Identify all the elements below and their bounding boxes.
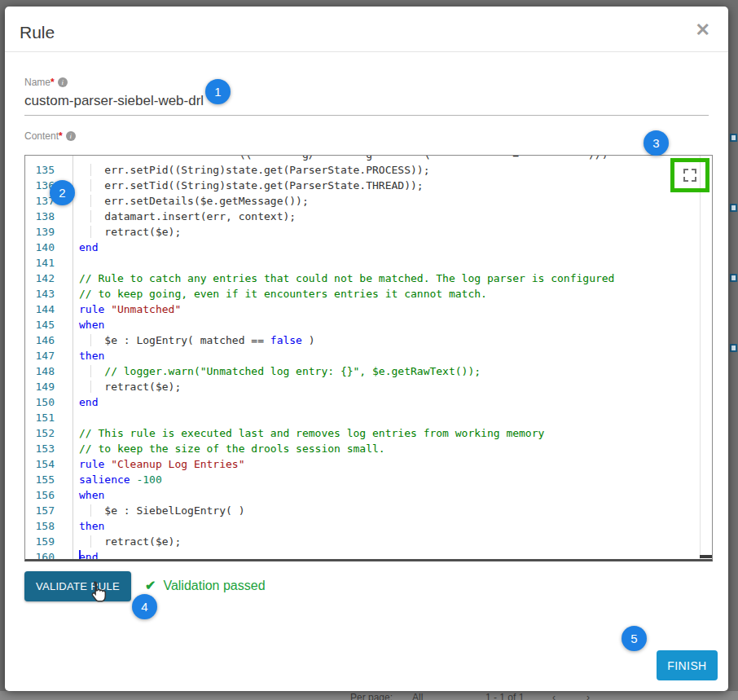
clipped-code-line: \\ g/ g \ = //) <box>25 156 712 162</box>
code-text: then <box>79 518 104 534</box>
line-number: 154 <box>25 456 72 472</box>
per-page-value: All <box>412 692 423 700</box>
step-badge-4: 4 <box>132 594 157 619</box>
code-text: // logger.warn("Unmatched log entry: {}"… <box>79 363 481 379</box>
code-line: 147then <box>25 348 712 363</box>
code-text: when <box>79 317 104 332</box>
code-line: 148 // logger.warn("Unmatched log entry:… <box>25 363 712 379</box>
code-text: retract($e); <box>79 224 181 240</box>
line-number: 152 <box>25 425 72 441</box>
line-number: 143 <box>25 286 72 302</box>
line-number: 142 <box>25 271 72 286</box>
code-text: then <box>79 348 104 363</box>
validation-status: ✔Validation passed <box>145 578 266 593</box>
line-number: 147 <box>25 348 72 363</box>
code-text: // Rule to catch any entries that could … <box>79 271 614 286</box>
indent-guide-line <box>90 179 91 192</box>
line-number: 144 <box>25 302 72 317</box>
required-asterisk: * <box>59 130 63 142</box>
background-table-icon <box>730 344 737 352</box>
line-number: 160 <box>25 549 72 561</box>
info-icon[interactable]: i <box>58 77 68 87</box>
code-line: 135 err.setPid((String)state.get(ParserS… <box>25 162 712 178</box>
code-text: datamart.insert(err, context); <box>79 209 296 224</box>
code-text: $e : LogEntry( matched == false ) <box>79 332 315 348</box>
indent-guide-line <box>90 504 91 517</box>
code-line: 144rule "Unmatched" <box>25 302 712 317</box>
code-line: 155salience -100 <box>25 472 712 487</box>
validate-rule-button[interactable]: VALIDATE RULE <box>24 571 131 601</box>
code-text: err.setDetails($e.getMessage()); <box>79 193 309 209</box>
content-label: Content*i <box>24 130 76 142</box>
code-line: 157 $e : SiebelLogEntry( ) <box>25 503 712 518</box>
indent-guide-line <box>90 164 91 176</box>
indent-guide-line <box>90 334 91 346</box>
per-page-label: Per page: <box>350 692 393 700</box>
code-lines: 135 err.setPid((String)state.get(ParserS… <box>25 162 712 561</box>
code-text: end <box>79 240 98 255</box>
code-text: // to keep going, even if it encounters … <box>79 286 487 302</box>
line-number: 153 <box>25 441 72 456</box>
code-text: retract($e); <box>79 379 181 394</box>
code-text: end <box>79 394 98 410</box>
background-table-icon <box>730 274 737 282</box>
code-text: $e : SiebelLogEntry( ) <box>79 503 245 518</box>
code-line: 159 retract($e); <box>25 534 712 549</box>
hand-cursor-icon <box>86 580 109 603</box>
rule-dialog: Rule ✕ Name*i Content*i \\ g/ g \ = //) … <box>5 7 728 691</box>
pagination-range: 1 - 1 of 1 <box>485 692 524 700</box>
step-badge-3: 3 <box>644 130 669 156</box>
validation-status-text: Validation passed <box>163 579 265 592</box>
code-line: 140end <box>25 240 712 255</box>
step-badge-2: 2 <box>50 180 75 205</box>
background-table-icon <box>730 204 737 212</box>
close-icon[interactable]: ✕ <box>696 21 710 39</box>
code-text: // This rule is executed last and remove… <box>79 425 544 441</box>
required-asterisk: * <box>51 77 55 88</box>
scrollbar-track-divider <box>700 156 701 559</box>
line-number: 146 <box>25 332 72 348</box>
line-number: 155 <box>25 472 72 487</box>
line-number: 158 <box>25 518 72 534</box>
indent-guide-line <box>90 210 91 222</box>
code-line: 152// This rule is executed last and rem… <box>25 425 712 441</box>
code-line: 160end <box>25 549 712 561</box>
code-line: 151 <box>25 410 712 425</box>
line-number: 156 <box>25 487 72 503</box>
code-text: end <box>79 549 98 561</box>
code-text: rule "Unmatched" <box>79 302 181 317</box>
horizontal-scrollbar-thumb[interactable] <box>700 555 712 558</box>
line-number: 149 <box>25 379 72 394</box>
code-text: retract($e); <box>79 534 181 549</box>
finish-button[interactable]: FINISH <box>657 650 718 680</box>
code-line: 139 retract($e); <box>25 224 712 240</box>
name-input[interactable] <box>24 93 709 116</box>
code-line: 143// to keep going, even if it encounte… <box>25 286 712 302</box>
code-text: // to keep the size of the drools sessio… <box>79 441 385 456</box>
code-editor[interactable]: \\ g/ g \ = //) 135 err.setPid((String)s… <box>24 155 713 561</box>
fullscreen-icon[interactable] <box>683 169 696 182</box>
code-line: 153// to keep the size of the drools ses… <box>25 441 712 456</box>
code-line: 154rule "Cleanup Log Entries" <box>25 456 712 472</box>
code-text: err.setTid((String)state.get(ParserState… <box>79 178 424 193</box>
info-icon[interactable]: i <box>66 131 76 141</box>
step-badge-5: 5 <box>622 626 647 651</box>
line-number: 157 <box>25 503 72 518</box>
name-label: Name*i <box>24 77 68 88</box>
line-number: 151 <box>25 410 72 425</box>
indent-guide-line <box>90 365 91 377</box>
code-line: 156when <box>25 487 712 503</box>
prev-page-icon: ‹ <box>552 692 556 700</box>
code-text: when <box>79 487 104 503</box>
indent-guide-line <box>90 381 91 393</box>
code-line: 150end <box>25 394 712 410</box>
code-line: 158then <box>25 518 712 534</box>
next-page-icon: › <box>586 692 590 700</box>
dialog-title: Rule <box>20 23 55 42</box>
line-number: 135 <box>25 162 72 178</box>
code-line: 146 $e : LogEntry( matched == false ) <box>25 332 712 348</box>
step-badge-1: 1 <box>205 79 231 104</box>
line-number: 140 <box>25 240 72 255</box>
line-number: 150 <box>25 394 72 410</box>
gutter-divider <box>72 156 73 559</box>
